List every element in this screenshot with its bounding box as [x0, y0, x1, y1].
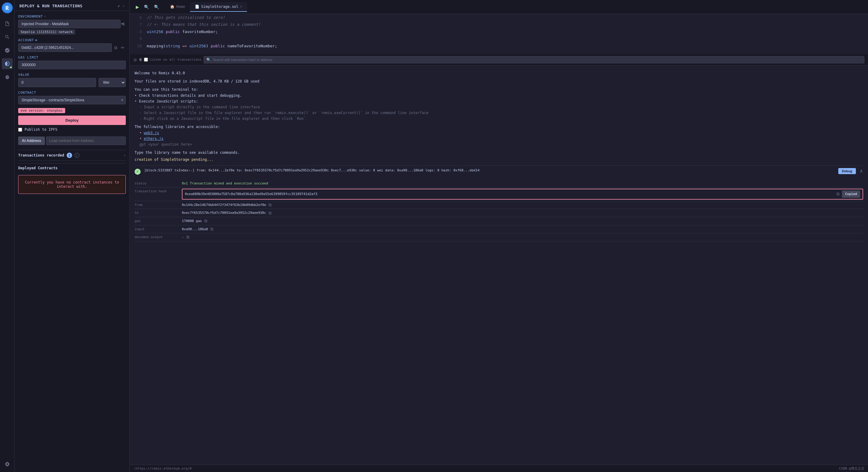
bullet-1: • Check transactions details and start d…: [134, 93, 863, 98]
side-panel: DEPLOY & RUN TRANSACTIONS ✓ › ENVIRONMEN…: [14, 0, 130, 472]
load-contract-address-input[interactable]: [46, 137, 126, 145]
value-unit-select[interactable]: Wei: [98, 78, 126, 87]
app-logo: R: [2, 2, 13, 13]
search-input[interactable]: [213, 58, 862, 62]
expand-terminal-btn[interactable]: ›: [133, 467, 135, 471]
account-select[interactable]: 0xb82...c428f (2.59621451924...: [18, 43, 112, 52]
sub-bullets: - Input a script directly in the command…: [134, 105, 863, 122]
decoded-label: decoded output: [134, 235, 177, 240]
bullet-2: • Execute JavaScript scripts:: [134, 98, 863, 105]
tx-status-row: status 0x1 Transaction mined and executi…: [134, 180, 863, 188]
account-label: ACCOUNT ⊕: [18, 38, 126, 42]
zoom-in-icon[interactable]: 🔍: [153, 3, 160, 10]
status-value: 0x1 Transaction mined and execution succ…: [182, 181, 863, 186]
clear-filter-btn[interactable]: ⊘: [133, 57, 137, 62]
tab-simplestorage-label: SimpleStorage.sol: [201, 4, 239, 9]
publish-ipfs-checkbox[interactable]: [18, 128, 22, 131]
network-badge: Sepolia (11155111) network: [18, 29, 75, 35]
gas-value-row: 170000 gas ⧉: [182, 218, 863, 224]
code-line-10: 10 mapping(string => uint256) public nam…: [134, 42, 863, 50]
search-bar: 🔍: [204, 56, 864, 63]
contract-select[interactable]: SimpleStorage - contracts/SimpleStora: [18, 96, 126, 105]
sidebar-item-deploy[interactable]: [2, 58, 13, 69]
deployed-contracts-title: Deployed Contracts: [18, 166, 58, 170]
tx-hash-row: transaction hash 0xea600b39e483000a7587c…: [134, 187, 863, 201]
copy-account-btn[interactable]: ⧉: [113, 44, 119, 52]
sidebar-item-git[interactable]: [2, 45, 13, 56]
bottom-url: https://remix.ethereum.org/#: [135, 467, 839, 471]
tx-text: [block:5333887 txIndex:-] from: 0x144...…: [144, 168, 835, 173]
tab-bar: ▶ 🔍 🔍 🏠 Home 📄 SimpleStorage.sol ✕: [130, 0, 868, 14]
gas-limit-group: GAS LIMIT: [18, 56, 126, 69]
environment-select-wrapper: Injected Provider - MetaMask ▼ ℹ: [18, 20, 126, 28]
copy-hash-btn[interactable]: ⧉: [836, 191, 839, 197]
environment-info-btn[interactable]: ℹ: [122, 20, 126, 28]
sidebar-item-debug[interactable]: [2, 71, 13, 83]
terminal-area: Welcome to Remix 0.43.0 Your files are s…: [130, 65, 868, 465]
code-line-8: 8 uint256 public favoriteNumber;: [134, 28, 863, 35]
close-tab-icon[interactable]: ✕: [240, 5, 242, 8]
from-value: 0x144c28e14674b644f2f3474f63b10b09dbb2ef…: [182, 202, 266, 208]
gas-limit-label: GAS LIMIT: [18, 56, 126, 59]
gas-label: gas: [134, 218, 177, 224]
listen-all-checkbox[interactable]: [144, 58, 148, 62]
plugin-icon: ⚡: [44, 14, 46, 19]
tx-decoded-row: decoded output - ⧉: [134, 233, 863, 241]
tab-home[interactable]: 🏠 Home: [165, 2, 190, 12]
status-label: status: [134, 181, 177, 186]
copied-badge: Copied: [842, 190, 860, 198]
main-content: ▶ 🔍 🔍 🏠 Home 📄 SimpleStorage.sol ✕ 6 // …: [130, 0, 868, 472]
library-link-2[interactable]: • ethers.js: [134, 136, 863, 142]
file-icon: 📄: [195, 4, 199, 9]
value-group: VALUE Wei: [18, 73, 126, 87]
code-line-6: 6 // This gets initialized to zero!: [134, 14, 863, 21]
transactions-section[interactable]: Transactions recorded 1 i ›: [18, 150, 126, 160]
icon-bar: R: [0, 0, 14, 472]
from-label: from: [134, 202, 177, 208]
library-link-1[interactable]: • web3.js: [134, 130, 863, 136]
decoded-value-row: - ⧉: [182, 235, 863, 240]
no-contracts-message: Currently you have no contract instances…: [18, 175, 126, 194]
sidebar-item-files[interactable]: [2, 18, 13, 29]
value-input[interactable]: [18, 78, 96, 87]
publish-ipfs-label: Publish to IPFS: [25, 127, 57, 131]
more-icon[interactable]: ›: [122, 4, 125, 8]
active-indicator: [10, 66, 12, 68]
copy-input-btn[interactable]: ⧉: [210, 227, 213, 232]
libraries-intro: The following libraries are accessible:: [134, 124, 863, 130]
contract-select-wrapper: SimpleStorage - contracts/SimpleStora ▼: [18, 96, 126, 105]
gas-value: 170000 gas: [182, 218, 202, 224]
run-icon[interactable]: ▶: [134, 2, 140, 11]
deployed-contracts-header[interactable]: Deployed Contracts: [18, 163, 126, 173]
copy-decoded-btn[interactable]: ⧉: [186, 235, 189, 240]
copy-gas-btn[interactable]: ⧉: [204, 218, 207, 224]
code-area: 6 // This gets initialized to zero! 7 //…: [130, 14, 868, 54]
tab-simplestorage[interactable]: 📄 SimpleStorage.sol ✕: [190, 2, 247, 12]
tx-success-icon: ✓: [134, 169, 141, 175]
check-icon[interactable]: ✓: [118, 4, 120, 8]
input-value: 0xa90...186a0: [182, 227, 208, 232]
tx-from-row: from 0x144c28e14674b644f2f3474f63b10b09d…: [134, 201, 863, 209]
tx-count-badge: 1: [67, 153, 72, 158]
edit-account-btn[interactable]: ✏: [120, 44, 126, 51]
contract-group: CONTRACT SimpleStorage - contracts/Simpl…: [18, 91, 126, 105]
bottom-bar: › https://remix.ethereum.org/# CSDN @博主之…: [130, 465, 868, 472]
sidebar-item-settings[interactable]: [2, 459, 13, 470]
sidebar-item-search[interactable]: [2, 32, 13, 42]
side-panel-body: ENVIRONMENT ⚡ Injected Provider - MetaMa…: [14, 11, 129, 472]
listen-all-checkbox-label: listen on all transactions: [144, 58, 201, 62]
side-panel-title: DEPLOY & RUN TRANSACTIONS: [20, 4, 83, 8]
copy-to-btn[interactable]: ⧉: [269, 210, 272, 216]
deploy-button[interactable]: Deploy: [18, 116, 126, 125]
gas-limit-input[interactable]: [18, 61, 126, 69]
expand-tx-btn[interactable]: ∧: [860, 168, 863, 174]
tab-home-label: Home: [176, 4, 185, 9]
at-address-button[interactable]: At Address: [18, 137, 45, 145]
attribution: CSDN @博主之后: [839, 466, 864, 471]
contract-label: CONTRACT: [18, 91, 126, 95]
copy-from-btn[interactable]: ⧉: [269, 202, 272, 207]
zoom-out-icon[interactable]: 🔍: [143, 3, 150, 10]
debug-button[interactable]: Debug: [838, 168, 856, 174]
environment-select[interactable]: Injected Provider - MetaMask: [18, 20, 121, 28]
listen-all-label: listen on all transactions: [149, 58, 201, 62]
